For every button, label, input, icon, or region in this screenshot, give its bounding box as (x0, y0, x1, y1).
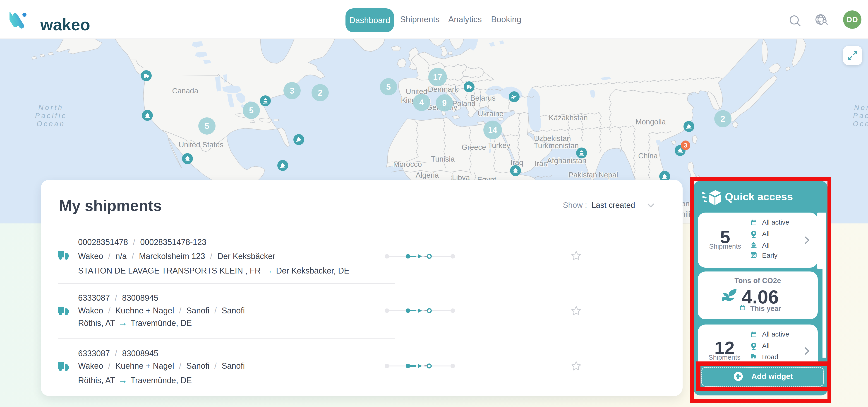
svg-text:China: China (638, 152, 658, 160)
svg-text:Iran: Iran (535, 159, 548, 168)
svg-text:Algeria: Algeria (416, 171, 439, 179)
svg-text:United States: United States (179, 141, 223, 149)
svg-text:Pakistan: Pakistan (568, 171, 597, 179)
svg-text:Nort: Nort (854, 104, 868, 112)
svg-text:5: 5 (386, 82, 391, 92)
svg-text:Ocean: Ocean (37, 120, 65, 128)
svg-text:Ocea: Ocea (853, 120, 868, 128)
svg-text:Iraq: Iraq (510, 158, 523, 167)
svg-text:North: North (38, 104, 64, 112)
svg-text:Ukraine: Ukraine (478, 110, 503, 118)
svg-text:Greece: Greece (462, 143, 486, 151)
svg-text:14: 14 (488, 125, 497, 135)
svg-text:Mongolia: Mongolia (636, 118, 666, 126)
svg-text:5: 5 (249, 106, 254, 115)
svg-text:5: 5 (205, 121, 209, 131)
svg-text:Nepal: Nepal (598, 171, 618, 179)
svg-text:Turkmenistan: Turkmenistan (534, 141, 579, 150)
svg-text:Pacific: Pacific (35, 112, 67, 120)
svg-text:3: 3 (290, 86, 294, 95)
svg-text:Turkey: Turkey (488, 141, 510, 150)
svg-text:3: 3 (684, 142, 687, 149)
svg-text:Morocco: Morocco (393, 160, 422, 168)
svg-text:Kazakhstan: Kazakhstan (549, 114, 588, 122)
svg-text:17: 17 (433, 72, 442, 82)
svg-text:2: 2 (721, 114, 725, 123)
svg-text:4: 4 (419, 98, 424, 107)
svg-text:Canada: Canada (172, 87, 198, 95)
svg-text:Tunisia: Tunisia (431, 155, 455, 163)
svg-text:Belarus: Belarus (470, 94, 496, 102)
svg-text:Pacif: Pacif (853, 112, 868, 120)
svg-text:2: 2 (318, 88, 322, 97)
svg-text:9: 9 (442, 98, 447, 108)
svg-text:Denmark: Denmark (428, 85, 458, 93)
